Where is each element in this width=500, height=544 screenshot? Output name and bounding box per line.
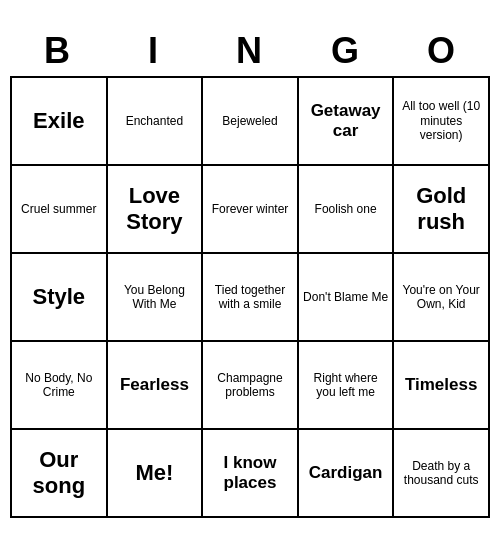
bingo-cell: Getaway car — [299, 78, 395, 166]
bingo-cell: Me! — [108, 430, 204, 518]
bingo-cell: Exile — [12, 78, 108, 166]
bingo-card: BINGO ExileEnchantedBejeweledGetaway car… — [10, 26, 490, 518]
header-letter: N — [202, 26, 298, 76]
bingo-cell: Bejeweled — [203, 78, 299, 166]
bingo-cell: Gold rush — [394, 166, 490, 254]
bingo-cell: Our song — [12, 430, 108, 518]
bingo-cell: You're on Your Own, Kid — [394, 254, 490, 342]
bingo-cell: Right where you left me — [299, 342, 395, 430]
header-letter: O — [394, 26, 490, 76]
bingo-cell: Don't Blame Me — [299, 254, 395, 342]
bingo-grid: ExileEnchantedBejeweledGetaway carAll to… — [10, 76, 490, 518]
bingo-header: BINGO — [10, 26, 490, 76]
bingo-cell: Death by a thousand cuts — [394, 430, 490, 518]
bingo-cell: I know places — [203, 430, 299, 518]
bingo-cell: Enchanted — [108, 78, 204, 166]
bingo-cell: Style — [12, 254, 108, 342]
bingo-cell: You Belong With Me — [108, 254, 204, 342]
bingo-cell: Love Story — [108, 166, 204, 254]
bingo-cell: Fearless — [108, 342, 204, 430]
bingo-cell: Foolish one — [299, 166, 395, 254]
bingo-cell: Champagne problems — [203, 342, 299, 430]
header-letter: I — [106, 26, 202, 76]
header-letter: B — [10, 26, 106, 76]
bingo-cell: Cardigan — [299, 430, 395, 518]
bingo-cell: Cruel summer — [12, 166, 108, 254]
bingo-cell: All too well (10 minutes version) — [394, 78, 490, 166]
bingo-cell: Forever winter — [203, 166, 299, 254]
bingo-cell: Timeless — [394, 342, 490, 430]
header-letter: G — [298, 26, 394, 76]
bingo-cell: No Body, No Crime — [12, 342, 108, 430]
bingo-cell: Tied together with a smile — [203, 254, 299, 342]
